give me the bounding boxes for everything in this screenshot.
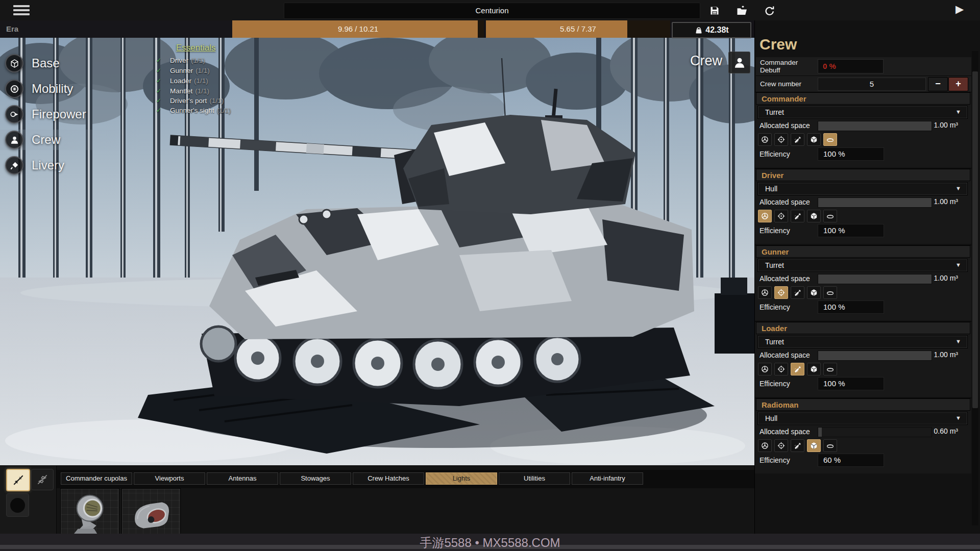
tab-crew-hatches[interactable]: Crew Hatches bbox=[353, 472, 424, 485]
location-dropdown[interactable]: Turret ▼ bbox=[758, 336, 967, 348]
tab-commander-cupolas[interactable]: Commander cupolas bbox=[61, 472, 132, 485]
essentials-title: Essentials bbox=[176, 43, 215, 53]
beret-icon[interactable] bbox=[823, 286, 837, 299]
secondary-capacity-bar: 5.65 / 7.37 bbox=[486, 20, 670, 38]
beret-icon[interactable] bbox=[823, 133, 837, 146]
crew-section-gunner: Gunner Turret ▼ Allocated space 1.00 m³ … bbox=[755, 245, 971, 320]
sidebar-item-base[interactable]: Base bbox=[0, 53, 143, 73]
steering-wheel-icon[interactable] bbox=[758, 286, 772, 299]
cube-icon[interactable] bbox=[807, 286, 821, 299]
weight-indicator: 42.38t bbox=[672, 22, 751, 38]
location-dropdown[interactable]: Turret ▼ bbox=[758, 106, 967, 118]
crosshair-icon[interactable] bbox=[774, 133, 788, 146]
crew-section-commander: Commander Turret ▼ Allocated space 1.00 … bbox=[755, 92, 971, 167]
steering-wheel-icon[interactable] bbox=[758, 439, 772, 452]
shell-icon[interactable] bbox=[791, 286, 804, 299]
crew-section-driver: Driver Hull ▼ Allocated space 1.00 m³ Ef… bbox=[755, 168, 971, 244]
play-button[interactable]: ▶ bbox=[955, 3, 964, 15]
check-icon: ✓ bbox=[156, 87, 161, 94]
role-buttons bbox=[758, 210, 837, 222]
capacity-bar-value: 9.96 / 10.21 bbox=[232, 20, 484, 38]
save-icon[interactable] bbox=[708, 5, 721, 17]
location-dropdown[interactable]: Hull ▼ bbox=[758, 183, 967, 195]
cube-icon[interactable] bbox=[807, 210, 821, 222]
app-root: Base Mobility Firepower Crew Livery Esse… bbox=[0, 0, 980, 551]
folder-open-icon[interactable] bbox=[736, 5, 748, 17]
color-swatch-button[interactable] bbox=[6, 493, 29, 517]
beret-icon[interactable] bbox=[823, 439, 837, 452]
allocated-space-label: Allocated space bbox=[760, 428, 810, 436]
cube-icon[interactable] bbox=[807, 439, 821, 452]
cube-icon[interactable] bbox=[807, 363, 821, 375]
crew-panel-scrollbar[interactable] bbox=[972, 51, 978, 525]
crosshair-icon[interactable] bbox=[774, 286, 788, 299]
crosshair-icon[interactable] bbox=[774, 439, 788, 452]
shell-icon[interactable] bbox=[791, 210, 804, 222]
refresh-icon[interactable] bbox=[764, 5, 776, 17]
tab-antennas[interactable]: Antennas bbox=[207, 472, 278, 485]
sidebar-item-livery[interactable]: Livery bbox=[0, 155, 143, 176]
section-header: Driver bbox=[756, 169, 970, 181]
mirror-axis-button[interactable] bbox=[31, 469, 54, 490]
efficiency-label: Efficiency bbox=[760, 227, 790, 235]
efficiency-value: 100 % bbox=[818, 300, 884, 314]
chevron-down-icon: ▼ bbox=[955, 109, 961, 115]
tab-utilities[interactable]: Utilities bbox=[499, 472, 570, 485]
crew-number-decrease-button[interactable]: − bbox=[928, 77, 948, 91]
paintbrush-icon bbox=[5, 156, 23, 174]
allocated-space-label: Allocated space bbox=[760, 274, 810, 283]
crosshair-icon[interactable] bbox=[774, 210, 788, 222]
shell-icon[interactable] bbox=[791, 439, 804, 452]
person-icon bbox=[5, 131, 23, 149]
crew-mode-button[interactable] bbox=[728, 52, 750, 73]
tab-viewports[interactable]: Viewports bbox=[134, 472, 205, 485]
beret-icon[interactable] bbox=[823, 210, 837, 222]
essentials-item-count: (1/1) bbox=[217, 107, 231, 114]
section-header: Gunner bbox=[756, 245, 970, 258]
winter-scene-art bbox=[0, 38, 754, 465]
location-value: Hull bbox=[765, 414, 777, 422]
vehicle-title: Centurion bbox=[475, 6, 508, 15]
beret-icon[interactable] bbox=[823, 363, 837, 375]
location-dropdown[interactable]: Hull ▼ bbox=[758, 412, 967, 424]
vehicle-name-input[interactable]: Centurion bbox=[284, 3, 700, 19]
steering-wheel-icon[interactable] bbox=[758, 363, 772, 375]
debuff-label-line1: Commander bbox=[760, 59, 798, 66]
shell-icon[interactable] bbox=[791, 363, 804, 375]
mirror-toggle-button[interactable] bbox=[6, 469, 30, 491]
location-value: Turret bbox=[765, 108, 784, 116]
era-label: Era bbox=[6, 24, 18, 33]
tab-lights[interactable]: Lights bbox=[426, 472, 497, 485]
crew-number-increase-button[interactable]: + bbox=[948, 77, 968, 91]
scrollbar-thumb[interactable] bbox=[972, 71, 978, 408]
allocated-space-value: 1.00 m³ bbox=[912, 197, 958, 206]
gear-icon bbox=[5, 80, 23, 98]
allocated-space-fill bbox=[818, 428, 822, 437]
crew-number-label: Crew number bbox=[760, 80, 801, 88]
crosshair-icon[interactable] bbox=[774, 363, 788, 375]
top-bar: Centurion ▶ bbox=[0, 0, 980, 21]
sidebar-item-firepower[interactable]: Firepower bbox=[0, 104, 143, 124]
section-header: Commander bbox=[756, 92, 970, 105]
allocated-space-label: Allocated space bbox=[760, 121, 810, 130]
essentials-item-count: (1/1) bbox=[209, 97, 224, 105]
essentials-item-name: Driver's port bbox=[170, 97, 207, 105]
vehicle-3d-viewport[interactable] bbox=[0, 38, 754, 465]
menu-icon[interactable] bbox=[13, 5, 30, 15]
check-icon: ✓ bbox=[156, 67, 161, 74]
location-value: Turret bbox=[765, 338, 784, 346]
tab-anti-infantry[interactable]: Anti-infantry bbox=[572, 472, 643, 485]
sidebar-item-label: Livery bbox=[32, 158, 64, 172]
shell-icon[interactable] bbox=[791, 133, 804, 146]
steering-wheel-icon[interactable] bbox=[758, 210, 772, 222]
sidebar-item-mobility[interactable]: Mobility bbox=[0, 79, 143, 99]
cube-icon[interactable] bbox=[807, 133, 821, 146]
crew-section-radioman: Radioman Hull ▼ Allocated space 0.60 m³ … bbox=[755, 398, 971, 473]
sidebar-item-crew[interactable]: Crew bbox=[0, 130, 143, 150]
sidebar-item-label: Crew bbox=[32, 133, 60, 147]
steering-wheel-icon[interactable] bbox=[758, 133, 772, 146]
crew-number-value[interactable]: 5 bbox=[818, 78, 926, 91]
tab-stowages[interactable]: Stowages bbox=[280, 472, 351, 485]
crew-section-loader: Loader Turret ▼ Allocated space 1.00 m³ … bbox=[755, 321, 971, 397]
location-dropdown[interactable]: Turret ▼ bbox=[758, 259, 967, 271]
